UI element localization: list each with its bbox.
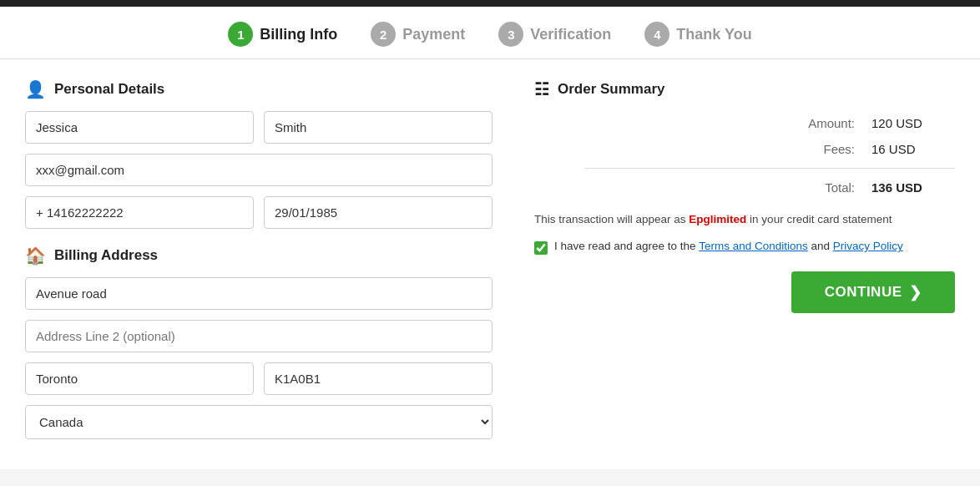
step-2-circle: 2 <box>371 22 396 47</box>
fees-row: Fees: 16 USD <box>534 142 955 156</box>
city-field <box>25 362 254 395</box>
main-content: 👤 Personal Details <box>0 59 980 469</box>
first-name-field <box>25 111 254 144</box>
privacy-link[interactable]: Privacy Policy <box>833 240 903 252</box>
step-4-label: Thank You <box>676 26 751 43</box>
step-verification[interactable]: 3 Verification <box>498 22 611 47</box>
address2-input[interactable] <box>25 320 493 352</box>
total-value: 136 USD <box>871 180 955 195</box>
last-name-field <box>264 111 493 144</box>
amount-label: Amount: <box>788 116 855 130</box>
brand-name: Epglimited <box>689 213 746 225</box>
postal-field <box>264 362 493 395</box>
email-field <box>25 154 493 186</box>
phone-input[interactable] <box>25 196 254 229</box>
address2-row <box>25 320 493 352</box>
step-billing-info[interactable]: 1 Billing Info <box>228 22 337 47</box>
amount-value: 120 USD <box>871 116 955 130</box>
first-name-input[interactable] <box>25 111 254 144</box>
total-row: Total: 136 USD <box>534 180 955 195</box>
billing-address-section: 🏠 Billing Address <box>25 246 493 439</box>
name-row <box>25 111 493 144</box>
agree-mid: and <box>808 240 833 252</box>
personal-details-header: 👤 Personal Details <box>25 79 493 99</box>
last-name-input[interactable] <box>264 111 493 144</box>
address1-field <box>25 277 493 310</box>
dob-field <box>264 196 493 229</box>
address1-row <box>25 277 493 310</box>
terms-link[interactable]: Terms and Conditions <box>699 240 808 252</box>
order-summary-header: ☷ Order Summary <box>534 79 955 99</box>
city-input[interactable] <box>25 362 254 395</box>
order-summary-label: Order Summary <box>558 81 665 98</box>
step-thank-you[interactable]: 4 Thank You <box>644 22 751 47</box>
home-icon: 🏠 <box>25 246 46 266</box>
personal-details-label: Personal Details <box>54 81 164 98</box>
transaction-notice: This transaction will appear as Epglimit… <box>534 211 955 228</box>
agree-text: I have read and agree to the Terms and C… <box>554 240 903 252</box>
city-postal-row <box>25 362 493 395</box>
fees-value: 16 USD <box>871 142 955 156</box>
stepper: 1 Billing Info 2 Payment 3 Verification … <box>0 7 980 59</box>
dob-input[interactable] <box>264 196 493 229</box>
step-payment[interactable]: 2 Payment <box>371 22 465 47</box>
step-1-circle: 1 <box>228 22 253 47</box>
step-3-label: Verification <box>530 26 611 43</box>
agree-pre: I have read and agree to the <box>554 240 699 252</box>
country-row: Canada United States United Kingdom <box>25 405 493 439</box>
phone-field <box>25 196 254 229</box>
left-panel: 👤 Personal Details <box>25 79 493 449</box>
agree-checkbox[interactable] <box>534 241 548 255</box>
step-2-label: Payment <box>402 26 465 43</box>
continue-label: CONTINUE <box>825 284 902 301</box>
transaction-notice-pre: This transaction will appear as <box>534 213 689 225</box>
list-icon: ☷ <box>534 79 549 99</box>
address2-field <box>25 320 493 352</box>
billing-address-header: 🏠 Billing Address <box>25 246 493 266</box>
step-3-circle: 3 <box>498 22 523 47</box>
postal-input[interactable] <box>264 362 493 395</box>
address1-input[interactable] <box>25 277 493 310</box>
agree-row: I have read and agree to the Terms and C… <box>534 240 955 255</box>
email-row <box>25 154 493 186</box>
continue-button[interactable]: CONTINUE ❯ <box>791 271 955 313</box>
order-divider <box>584 168 955 169</box>
amount-row: Amount: 120 USD <box>534 116 955 130</box>
total-label: Total: <box>788 180 855 195</box>
person-icon: 👤 <box>25 79 46 99</box>
country-field: Canada United States United Kingdom <box>25 405 493 439</box>
transaction-notice-post: in your credit card statement <box>746 213 892 225</box>
email-input[interactable] <box>25 154 493 186</box>
step-1-label: Billing Info <box>260 26 337 43</box>
billing-address-label: Billing Address <box>54 247 158 264</box>
step-4-circle: 4 <box>644 22 669 47</box>
chevron-right-icon: ❯ <box>909 283 922 301</box>
right-panel: ☷ Order Summary Amount: 120 USD Fees: 16… <box>526 79 955 449</box>
phone-dob-row <box>25 196 493 229</box>
fees-label: Fees: <box>788 142 855 156</box>
top-bar <box>0 0 980 7</box>
country-select[interactable]: Canada United States United Kingdom <box>25 405 493 439</box>
